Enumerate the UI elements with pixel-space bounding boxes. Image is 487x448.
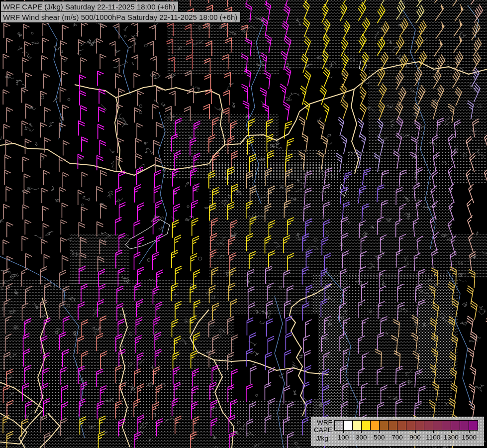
legend-tick-label: 900 — [409, 434, 421, 441]
legend-color-cell — [343, 421, 352, 430]
legend-tick-label: 1300 — [444, 434, 459, 441]
legend-color-cell — [379, 421, 388, 430]
title-cape: WRF CAPE (J/kg) Saturday 22-11-2025 18:0… — [0, 1, 179, 12]
legend-tick-label: 1500 — [462, 434, 477, 441]
legend-tick-label: 300 — [356, 434, 367, 441]
legend-tick — [451, 431, 452, 433]
legend-tick — [361, 431, 362, 433]
legend-color-cell — [370, 421, 379, 430]
cape-legend: WRF CAPE J/kg 10030050070090011001300150… — [311, 417, 484, 446]
legend-tick — [397, 431, 397, 433]
title-windshear-text: WRF Wind shear (m/s) 500/1000hPa Saturda… — [3, 13, 237, 21]
legend-color-cell — [433, 421, 442, 430]
legend-color-cell — [451, 421, 460, 430]
legend-color-cell — [352, 421, 361, 430]
legend-tick — [469, 431, 470, 433]
legend-tick — [379, 431, 380, 433]
legend-tick-label: 700 — [391, 434, 403, 441]
title-windshear: WRF Wind shear (m/s) 500/1000hPa Saturda… — [0, 11, 241, 23]
legend-tick-label: 500 — [374, 434, 385, 441]
legend-color-cell — [406, 421, 415, 430]
legend-tick-label: 100 — [338, 434, 349, 441]
legend-model-label: WRF — [317, 419, 332, 426]
legend-color-cell — [335, 421, 343, 430]
weather-map-root: WRF CAPE (J/kg) Saturday 22-11-2025 18:0… — [0, 0, 487, 448]
legend-variable-label: CAPE — [314, 426, 332, 434]
legend-colorbar — [334, 420, 478, 431]
legend-color-cell — [388, 421, 397, 430]
legend-tick — [433, 431, 434, 433]
legend-tick-label: 1100 — [426, 434, 440, 441]
wrf-map-canvas — [0, 0, 487, 448]
legend-tick — [343, 431, 344, 433]
legend-color-cell — [442, 421, 451, 430]
legend-color-cell — [415, 421, 424, 430]
legend-color-cell — [397, 421, 406, 430]
legend-unit-label: J/kg — [316, 435, 328, 442]
legend-color-cell — [361, 421, 370, 430]
legend-tick — [415, 431, 416, 433]
legend-color-cell — [469, 421, 478, 430]
legend-color-cell — [460, 421, 469, 430]
title-cape-text: WRF CAPE (J/kg) Saturday 22-11-2025 18:0… — [3, 2, 175, 11]
legend-color-cell — [424, 421, 433, 430]
